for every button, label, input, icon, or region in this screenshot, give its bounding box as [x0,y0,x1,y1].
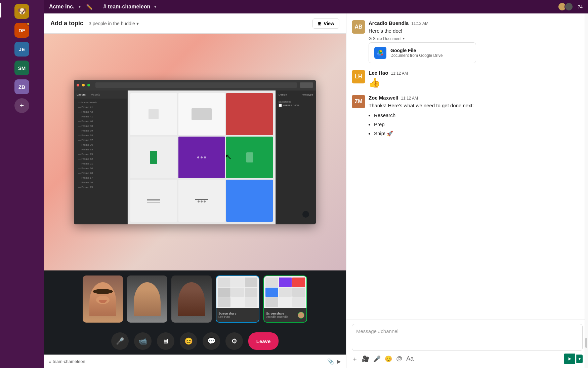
emoji-msg-button[interactable]: 😊 [385,355,392,363]
msg-author-zoe: Zoe Maxwell [369,95,398,101]
participants-row: Screen shareLee Hao [44,270,346,328]
format-button[interactable]: Aa [406,355,414,362]
topbar-avatar-2 [564,2,573,11]
sidebar-item-label: JE [19,46,25,52]
figma-layer-item: — Frame 36 [75,142,126,147]
participant-face-1 [83,275,123,323]
sidebar-item-sm[interactable]: SM [14,61,29,75]
screen-share-button[interactable]: 🖥 [157,332,174,350]
gsuite-chevron-icon: ▾ [403,37,405,40]
figma-frame-blue [226,180,273,222]
figma-url-bar [95,82,297,88]
edit-icon[interactable]: ✏️ [86,4,93,10]
send-button-group[interactable]: ➤ ▾ [564,354,583,364]
audio-button[interactable]: 🎤 [373,355,381,363]
gsuite-label: G Suite Document ▾ [369,36,583,41]
participant-tile-1[interactable] [83,275,123,323]
bottom-icon-1[interactable]: 📎 [327,358,334,365]
people-count-label: 3 people in the huddle [89,21,135,26]
workspace-chevron-icon: ▾ [79,4,81,9]
notification-badge [27,22,30,26]
figma-layer-item: — Frame 42 [75,109,126,114]
figma-frame-7 [130,180,177,222]
mic-msg-icon: 🎤 [373,355,381,363]
leave-button[interactable]: Leave [248,332,279,350]
figma-frame-1 [130,93,177,135]
channel-name[interactable]: # team-chameleon [103,4,151,10]
msg-content-lee: Lee Hao 11:12 AM 👍 [369,70,583,88]
figma-layer-item: — Frame 39 [75,128,126,133]
add-attachment-button[interactable]: ＋ [352,355,358,363]
figma-frame-4 [130,137,177,179]
participant-tile-2[interactable] [127,275,167,323]
mic-button[interactable]: 🎤 [111,332,129,350]
huddle-bottom: # team-chameleon 📎 ▶ [44,355,346,368]
avatar-lee-inner: LH [352,70,365,83]
participant-tile-3[interactable] [171,275,212,323]
workspace-name[interactable]: Acme Inc. [49,4,75,10]
topbar: Acme Inc. ▾ ✏️ # team-chameleon ▾ 74 [44,0,588,13]
send-button[interactable]: ➤ [564,354,575,364]
video-clip-button[interactable]: 🎥 [362,355,369,363]
send-options-button[interactable]: ▾ [576,355,583,363]
msg-header-arcadio: Arcadio Buendia 11:12 AM [369,20,583,26]
message-input-box[interactable]: Message #channel [352,324,583,351]
add-topic-button[interactable]: Add a topic [50,20,83,27]
at-icon: @ [396,355,402,362]
message-arcadio: AB Arcadio Buendia 11:12 AM Here's the d… [352,20,583,63]
participant-face-3 [171,275,212,323]
sidebar-item-zb[interactable]: ZB [14,79,29,94]
sidebar-item-acme[interactable]: 🐶 [14,4,29,19]
add-workspace-button[interactable]: + [14,98,29,113]
msg-time-zoe: 11:12 AM [401,96,418,101]
video-button[interactable]: 📹 [134,332,152,350]
bottom-icon-2[interactable]: ▶ [337,358,341,365]
msg-header-lee: Lee Hao 11:12 AM [369,70,583,76]
avatar-zoe: ZM [352,95,365,108]
google-drive-icon [374,47,386,59]
screen-share-tile-1[interactable]: Screen shareLee Hao [216,275,259,323]
screen-share-area: Layers Assets — leaderboards — Frame 41 … [44,34,346,270]
gsuite-text: G Suite Document [369,36,402,41]
sidebar-item-df[interactable]: DF [14,23,29,38]
message-input-area: Message #channel ＋ 🎥 🎤 😊 @ [346,320,588,368]
plus-icon: ＋ [352,355,358,363]
sidebar-item-je[interactable]: JE [14,42,29,57]
msg-content-arcadio: Arcadio Buendia 11:12 AM Here's the doc!… [369,20,583,63]
message-input-placeholder[interactable]: Message #channel [356,328,578,334]
huddle-people-count[interactable]: 3 people in the huddle ▾ [89,21,139,26]
huddle-panel: Add a topic 3 people in the huddle ▾ ⊞ V… [44,13,346,368]
figma-dot-red [77,84,79,86]
figma-layer-item: — Frame 17 [75,175,126,180]
figma-layer-item: — Frame 48 [75,123,126,128]
emoji-button[interactable]: 😊 [180,332,197,350]
figma-layer-item: — Frame 40 [75,119,126,123]
figma-canvas [128,90,276,224]
file-card[interactable]: Google File Document from Google Drive [369,42,476,63]
settings-icon: ⚙ [231,337,237,345]
settings-button[interactable]: ⚙ [225,332,243,350]
topbar-avatars [558,2,573,11]
caption-button[interactable]: 💬 [203,332,220,350]
topbar-right: 74 [558,2,583,11]
mention-button[interactable]: @ [396,355,402,362]
sidebar-item-label: SM [18,65,26,71]
figma-layer-item: — Frame 21 [75,161,126,166]
format-icon: Aa [406,355,414,362]
figma-layer-item: — Frame 38 [75,133,126,138]
screen-icon: 🖥 [162,337,169,345]
emoji-icon: 😊 [184,337,193,345]
msg-text-arcadio: Here's the doc! [369,27,583,35]
recording-indicator [302,211,309,218]
view-button[interactable]: ⊞ View [312,19,339,29]
screen-share-tile-2[interactable]: Screen shareArcadio Buendia [263,275,307,323]
figma-layer-item: — Frame 41 [75,114,126,119]
avatar-arcadio: AB [352,20,365,34]
msg-time-arcadio: 11:12 AM [411,21,428,26]
figma-dot-green [87,84,90,86]
huddle-controls: 🎤 📹 🖥 😊 💬 ⚙ Leave [44,328,346,355]
list-item-research: Research [374,111,583,120]
figma-controls [300,82,313,88]
avatar-zoe-inner: ZM [352,95,365,108]
screen-share-label-1: Screen shareLee Hao [218,312,237,319]
